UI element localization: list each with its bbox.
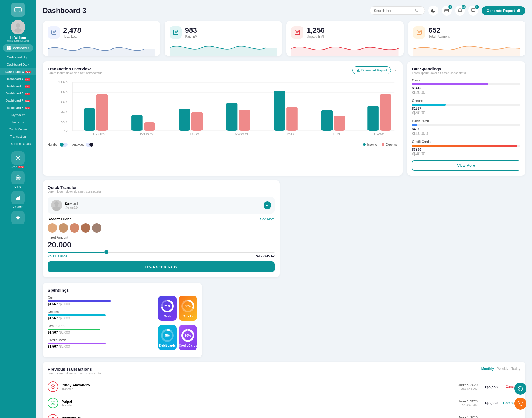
new-badge: New xyxy=(25,85,30,88)
svg-point-68 xyxy=(53,206,60,211)
sidebar-item-transaction-details[interactable]: Transaction Details xyxy=(0,140,36,147)
legend-number: Number xyxy=(48,143,68,147)
friend-avatar-5[interactable] xyxy=(92,223,101,233)
svg-rect-13 xyxy=(16,198,17,200)
friend-avatar-4[interactable] xyxy=(81,223,90,233)
help-float-button[interactable] xyxy=(514,383,526,395)
unpaid-emi-icon xyxy=(291,26,303,39)
total-loan-wave xyxy=(48,41,155,56)
download-report-button[interactable]: Download Report xyxy=(352,66,391,74)
cart-float-button[interactable] xyxy=(514,398,526,410)
sidebar: Hi,William william@gmail.com Dashboard ▾… xyxy=(0,0,36,418)
sidebar-item-invoices[interactable]: Invoices xyxy=(0,119,36,126)
new-badge: New xyxy=(25,93,30,95)
svg-rect-24 xyxy=(519,9,520,12)
svg-point-1 xyxy=(19,11,20,12)
apps-label: Apps › xyxy=(14,185,22,188)
cms-section-btn[interactable] xyxy=(11,151,25,165)
donut-grid: 71% Cash 30% Checks xyxy=(158,296,197,352)
svg-rect-59 xyxy=(226,103,238,131)
spending-checks: Checks $1567 /$5000 xyxy=(412,99,521,116)
legend-analytics: Analytics xyxy=(72,143,93,147)
spend-item-credit: Credit Cards $1,567 /$5,000 xyxy=(48,338,153,348)
wallet-button[interactable]: 2 xyxy=(442,6,452,16)
svg-point-32 xyxy=(420,30,421,32)
friend-avatar-3[interactable] xyxy=(70,223,79,233)
svg-text:Tue: Tue xyxy=(188,132,200,135)
svg-text:71%: 71% xyxy=(164,304,170,308)
qt-user-name: Samuel xyxy=(65,202,79,206)
bar-spendings-title: Bar Spendings xyxy=(412,66,466,71)
total-payment-wave xyxy=(413,41,521,56)
prev-tx-title: Previous Transactions xyxy=(48,367,102,371)
favorites-section-btn[interactable] xyxy=(11,211,25,224)
view-more-button[interactable]: View More xyxy=(412,160,521,171)
friend-avatar-2[interactable] xyxy=(59,223,68,233)
sidebar-item-cards-center[interactable]: Cards Center xyxy=(0,126,36,133)
overview-menu-icon[interactable]: ··· xyxy=(393,68,397,73)
tx-name-hawkins: Hawkins Jr. xyxy=(62,416,81,418)
new-badge: New xyxy=(25,107,30,109)
spend-item-debit: Debit Cards $1,567 /$5,000 xyxy=(48,324,153,334)
qt-check-icon xyxy=(264,201,271,209)
svg-text:30%: 30% xyxy=(185,304,191,308)
sidebar-item-dashboard-8[interactable]: Dashboard 8 New xyxy=(0,104,36,111)
tab-today[interactable]: Today xyxy=(511,367,520,372)
sidebar-item-dashboard-6[interactable]: Dashboard 6 New xyxy=(0,90,36,97)
bar-spendings-subtitle: Lorem ipsum dolor sit amet, consectetur xyxy=(412,71,466,75)
svg-text:96%: 96% xyxy=(185,334,191,337)
svg-point-88 xyxy=(521,405,522,406)
svg-text:60: 60 xyxy=(61,101,68,104)
theme-toggle-button[interactable] xyxy=(428,6,438,16)
sidebar-item-transaction[interactable]: Transaction xyxy=(0,133,36,140)
svg-point-2 xyxy=(16,23,20,28)
svg-point-20 xyxy=(447,11,448,11)
messages-button[interactable]: 5 xyxy=(468,6,478,16)
transfer-now-button[interactable]: TRANSFER NOW xyxy=(48,261,275,272)
transaction-overview-subtitle: Lorem ipsum dolor sit amet, consectetur xyxy=(48,71,102,75)
charts-section-btn[interactable] xyxy=(11,191,25,204)
svg-point-30 xyxy=(298,30,300,32)
spend-item-checks: Checks $1,567 /$5,000 xyxy=(48,310,153,320)
sidebar-item-dashboard-5[interactable]: Dashboard 5 New xyxy=(0,83,36,90)
notifications-button[interactable]: 12 xyxy=(455,6,465,16)
dashboard-menu-button[interactable]: Dashboard ▾ xyxy=(3,44,33,52)
sidebar-item-dashboard-7[interactable]: Dashboard 7 New xyxy=(0,97,36,104)
quick-transfer-card: Quick Transfer Lorem ipsum dolor sit ame… xyxy=(43,180,280,277)
apps-section-btn[interactable] xyxy=(11,171,25,184)
total-payment-value: 652 xyxy=(429,26,450,35)
sidebar-item-my-wallet[interactable]: My Wallet xyxy=(0,111,36,119)
transaction-tabs: Monthly Weekly Today xyxy=(481,367,520,372)
wallet-icon xyxy=(444,8,449,13)
insert-amount-label: Insert Amount xyxy=(48,235,275,239)
tx-name-paipal: Paipal xyxy=(62,399,73,404)
svg-rect-64 xyxy=(334,116,345,131)
sidebar-logo[interactable] xyxy=(11,3,25,17)
bar-spendings-menu[interactable]: ⋮ xyxy=(515,66,520,73)
page-title: Dashboard 3 xyxy=(43,6,86,15)
amount-slider[interactable] xyxy=(48,252,275,253)
new-badge: New xyxy=(25,100,30,102)
messages-badge: 5 xyxy=(475,5,479,9)
svg-point-8 xyxy=(17,157,19,159)
friend-avatar-1[interactable] xyxy=(48,223,57,233)
svg-point-67 xyxy=(54,201,59,206)
sidebar-item-dashboard-4[interactable]: Dashboard 4 New xyxy=(0,75,36,83)
generate-report-button[interactable]: Generate Report xyxy=(482,6,525,15)
tab-weekly[interactable]: Weekly xyxy=(497,367,508,372)
transaction-row: Hawkins Jr. Cashback June 4, 2020 05:34:… xyxy=(48,411,520,418)
sidebar-item-dashboard-dark[interactable]: Dashboard Dark xyxy=(0,61,36,68)
sidebar-username: Hi,William xyxy=(10,35,26,39)
search-input[interactable] xyxy=(374,9,413,13)
sidebar-item-dashboard-3[interactable]: Dashboard 3 New xyxy=(0,68,36,75)
tx-amount-paipal: +$5,553 xyxy=(481,401,498,405)
quick-transfer-user: Samuel @sam224 xyxy=(48,197,275,214)
sidebar-item-dashboard-light[interactable]: Dashboard Light xyxy=(0,54,36,61)
quick-transfer-menu[interactable]: ⋮ xyxy=(270,185,275,191)
tab-monthly[interactable]: Monthly xyxy=(481,367,494,372)
svg-text:Mon: Mon xyxy=(140,132,153,135)
svg-line-18 xyxy=(418,11,419,12)
search-icon xyxy=(415,8,419,13)
bar-spendings-card: Bar Spendings Lorem ipsum dolor sit amet… xyxy=(407,61,526,176)
see-more-link[interactable]: See More xyxy=(260,217,275,221)
